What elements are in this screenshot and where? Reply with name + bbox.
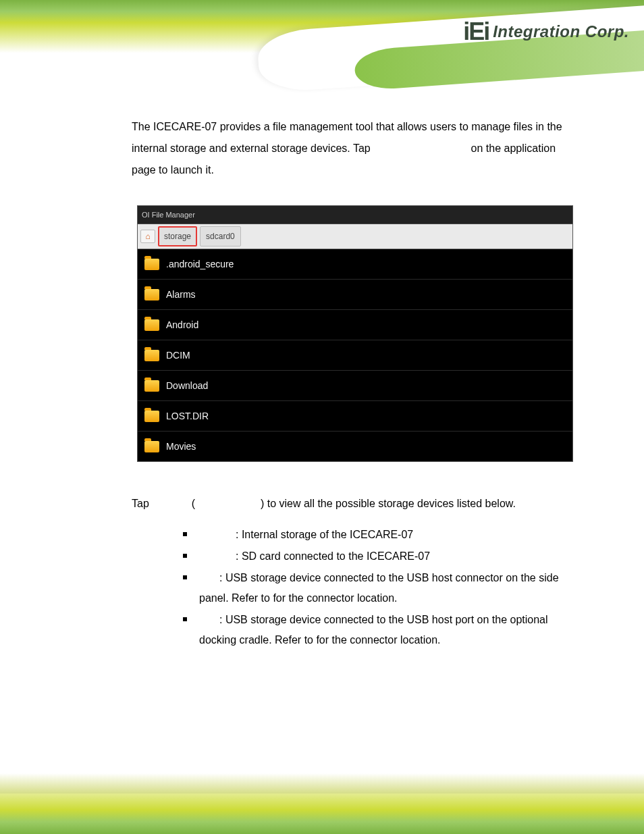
screenshot-title: OI File Manager <box>138 206 572 224</box>
folder-name: Download <box>166 376 208 395</box>
list-item[interactable]: Alarms <box>138 280 572 310</box>
list-item[interactable]: DCIM <box>138 340 572 371</box>
intro-line3: page to launch it. <box>132 164 214 176</box>
device-item: : USB storage device connected to the US… <box>183 609 603 651</box>
page-content: The ICECARE-07 provides a file managemen… <box>0 76 644 651</box>
folder-icon <box>144 319 159 331</box>
device-text: : Internal storage of the ICECARE-07 <box>236 529 413 540</box>
tap-line: Tap ( ) to view all the possible storage… <box>132 493 603 515</box>
device-text: : USB storage device connected to the US… <box>219 614 548 625</box>
folder-name: Movies <box>166 437 196 456</box>
top-banner: iEi Integration Corp. <box>0 0 644 76</box>
tap-a: Tap <box>132 498 149 509</box>
breadcrumb-sdcard0[interactable]: sdcard0 <box>200 226 241 246</box>
folder-list: .android_secure Alarms Android DCIM Down… <box>138 249 572 461</box>
bottom-shade <box>0 773 644 793</box>
folder-icon <box>144 259 159 270</box>
list-item[interactable]: LOST.DIR <box>138 401 572 432</box>
list-item[interactable]: Android <box>138 310 572 340</box>
device-text: : USB storage device connected to the US… <box>219 572 559 583</box>
device-item: : USB storage device connected to the US… <box>183 567 603 609</box>
folder-name: Android <box>166 315 198 334</box>
bottom-banner <box>0 773 644 834</box>
breadcrumb-storage[interactable]: storage <box>158 226 197 246</box>
device-cont: docking cradle. Refer to for the connect… <box>199 629 603 651</box>
folder-icon <box>144 411 159 422</box>
device-list: : Internal storage of the ICECARE-07 : S… <box>132 524 603 651</box>
logo-short: iEi <box>463 18 489 46</box>
list-item[interactable]: Download <box>138 371 572 401</box>
list-item[interactable]: .android_secure <box>138 249 572 280</box>
home-icon[interactable]: ⌂ <box>140 230 155 243</box>
folder-name: DCIM <box>166 346 190 365</box>
breadcrumb: ⌂ storage sdcard0 <box>138 224 572 249</box>
brand-logo: iEi Integration Corp. <box>463 18 629 46</box>
device-item: : Internal storage of the ICECARE-07 <box>183 524 603 546</box>
intro-line2b: on the application <box>471 142 556 154</box>
device-item: : SD card connected to the ICECARE-07 <box>183 546 603 567</box>
device-cont: panel. Refer to for the connector locati… <box>199 588 603 609</box>
intro-paragraph: The ICECARE-07 provides a file managemen… <box>132 116 603 181</box>
folder-icon <box>144 380 159 392</box>
logo-long: Integration Corp. <box>493 22 629 41</box>
folder-icon <box>144 350 159 361</box>
file-manager-screenshot: OI File Manager ⌂ storage sdcard0 .andro… <box>137 205 573 462</box>
folder-name: Alarms <box>166 285 196 304</box>
list-item[interactable]: Movies <box>138 432 572 461</box>
tap-b: ( <box>192 498 195 509</box>
intro-line1: The ICECARE-07 provides a file managemen… <box>132 121 562 132</box>
device-text: : SD card connected to the ICECARE-07 <box>236 550 430 562</box>
folder-name: .android_secure <box>166 255 234 273</box>
folder-name: LOST.DIR <box>166 407 209 425</box>
folder-icon <box>144 289 159 301</box>
folder-icon <box>144 441 159 452</box>
intro-line2a: internal storage and external storage de… <box>132 142 371 154</box>
tap-c: ) to view all the possible storage devic… <box>261 498 516 509</box>
